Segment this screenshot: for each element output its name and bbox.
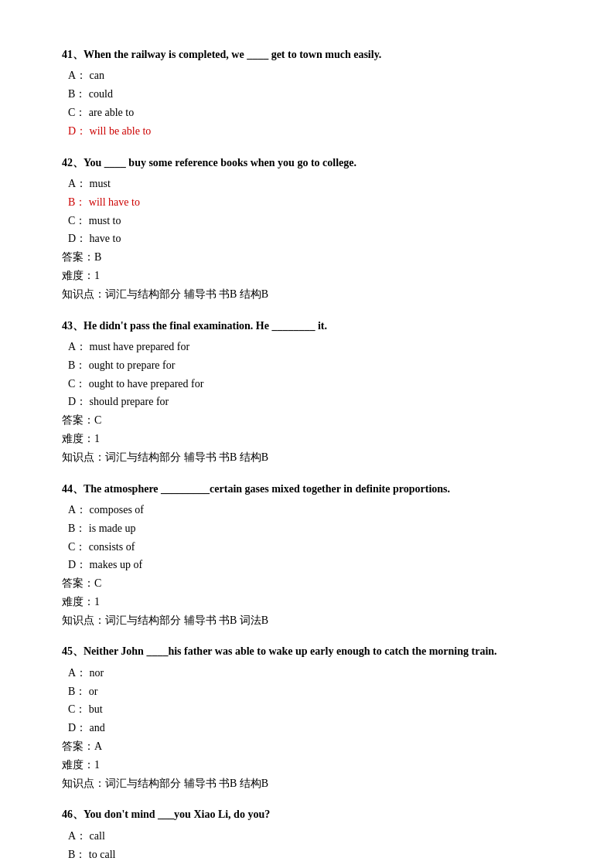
question-block-42: 42、You ____ buy some reference books whe…	[62, 155, 552, 304]
option-41-C: C： are able to	[68, 104, 552, 122]
option-44-C: C： consists of	[68, 538, 552, 557]
option-45-C: C： but	[68, 700, 552, 719]
answer-44: 答案：C	[62, 574, 552, 593]
option-46-A: A： call	[68, 827, 552, 846]
difficulty-45: 难度：1	[62, 756, 552, 774]
knowledge-42: 知识点：词汇与结构部分 辅导书 书B 结构B	[62, 285, 552, 304]
question-text-46: 46、You don't mind ___you Xiao Li, do you…	[62, 806, 552, 823]
option-46-B: B： to call	[68, 846, 552, 864]
option-43-A: A： must have prepared for	[68, 338, 552, 356]
option-45-A: A： nor	[68, 664, 552, 682]
option-42-A: A： must	[68, 175, 552, 193]
option-42-D: D： have to	[68, 230, 552, 248]
knowledge-43: 知识点：词汇与结构部分 辅导书 书B 结构B	[62, 448, 552, 467]
question-text-43: 43、He didn't pass the final examination.…	[62, 318, 552, 335]
option-45-B: B： or	[68, 682, 552, 701]
option-42-C: C： must to	[68, 212, 552, 230]
difficulty-43: 难度：1	[62, 430, 552, 448]
option-43-B: B： ought to prepare for	[68, 356, 552, 375]
option-45-D: D： and	[68, 719, 552, 737]
question-block-44: 44、The atmosphere _________certain gases…	[62, 481, 552, 630]
question-text-44: 44、The atmosphere _________certain gases…	[62, 481, 552, 498]
option-44-D: D： makes up of	[68, 556, 552, 574]
option-44-A: A： composes of	[68, 501, 552, 519]
option-43-C: C： ought to have prepared for	[68, 375, 552, 393]
option-44-B: B： is made up	[68, 519, 552, 538]
option-41-B: B： could	[68, 85, 552, 104]
answer-43: 答案：C	[62, 411, 552, 430]
question-block-41: 41、When the railway is completed, we ___…	[62, 46, 552, 141]
difficulty-42: 难度：1	[62, 267, 552, 285]
option-41-D: D： will be able to	[68, 122, 552, 141]
option-43-D: D： should prepare for	[68, 393, 552, 411]
question-block-45: 45、Neither John ____his father was able …	[62, 643, 552, 792]
knowledge-44: 知识点：词汇与结构部分 辅导书 书B 词法B	[62, 611, 552, 630]
answer-42: 答案：B	[62, 248, 552, 267]
option-41-A: A： can	[68, 66, 552, 85]
question-text-41: 41、When the railway is completed, we ___…	[62, 46, 552, 63]
option-42-B: B： will have to	[68, 193, 552, 212]
answer-45: 答案：A	[62, 737, 552, 756]
difficulty-44: 难度：1	[62, 593, 552, 611]
question-text-45: 45、Neither John ____his father was able …	[62, 643, 552, 660]
question-text-42: 42、You ____ buy some reference books whe…	[62, 155, 552, 172]
knowledge-45: 知识点：词汇与结构部分 辅导书 书B 结构B	[62, 774, 552, 793]
question-block-46: 46、You don't mind ___you Xiao Li, do you…	[62, 806, 552, 863]
question-block-43: 43、He didn't pass the final examination.…	[62, 318, 552, 467]
